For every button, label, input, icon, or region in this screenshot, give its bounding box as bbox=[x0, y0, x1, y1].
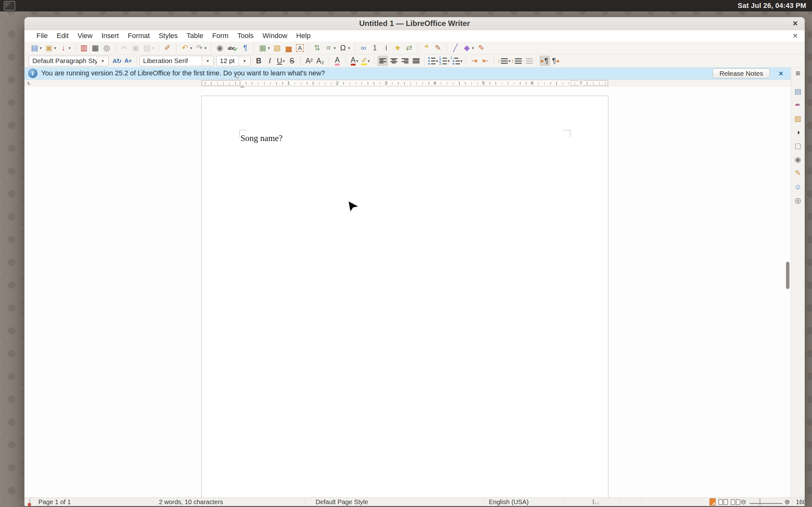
italic-button[interactable]: I bbox=[264, 56, 275, 66]
line-spacing-button[interactable]: ↕▾ bbox=[497, 56, 511, 66]
book-view-button[interactable] bbox=[731, 499, 740, 505]
status-page-number[interactable]: Page 1 of 1 bbox=[38, 498, 71, 506]
menu-table[interactable]: Table bbox=[182, 30, 208, 42]
increase-paragraph-spacing-button[interactable]: ↕ bbox=[511, 56, 522, 66]
strikethrough-button[interactable]: S bbox=[287, 56, 297, 66]
outline-list-dropdown[interactable]: ▾ bbox=[461, 59, 463, 63]
sidebar-tab-accessibility-check[interactable]: ☺ bbox=[793, 182, 803, 192]
zoom-slider-track[interactable] bbox=[750, 503, 782, 504]
tab-stop-type-indicator[interactable]: L bbox=[28, 80, 31, 86]
sidebar-tab-style-inspector[interactable]: ◉ bbox=[793, 155, 803, 164]
clear-formatting-button[interactable]: A bbox=[332, 56, 343, 66]
sidebar-tab-gallery[interactable]: ▨ bbox=[793, 114, 803, 124]
title-bar[interactable]: Untitled 1 — LibreOffice Writer × bbox=[24, 17, 805, 30]
underline-dropdown[interactable]: ▾ bbox=[283, 59, 285, 63]
sidebar-settings-icon[interactable]: ≡ bbox=[796, 69, 800, 78]
insert-table-dropdown[interactable]: ▾ bbox=[268, 46, 270, 50]
document-page[interactable]: Song name? bbox=[201, 96, 608, 498]
decrease-paragraph-spacing-button[interactable]: ↕ bbox=[522, 56, 533, 66]
subscript-button[interactable]: A₂ bbox=[315, 56, 325, 66]
copy-button[interactable]: ▣ bbox=[131, 43, 141, 53]
save-dropdown[interactable]: ▾ bbox=[68, 46, 71, 50]
menu-format[interactable]: Format bbox=[123, 30, 154, 42]
left-to-right-button[interactable]: ▸¶ bbox=[540, 56, 550, 66]
insert-page-break-button[interactable]: ⇅ bbox=[312, 43, 322, 53]
font-name-combo[interactable]: Liberation Serif ▾ bbox=[140, 56, 214, 66]
align-left-button[interactable] bbox=[377, 56, 388, 66]
decrease-indent-button[interactable]: ⇤ bbox=[480, 56, 491, 66]
cut-button[interactable]: ✂ bbox=[119, 43, 130, 53]
open-button[interactable]: ▣▾ bbox=[44, 43, 58, 53]
insert-mode-indicator[interactable]: I bbox=[592, 498, 599, 506]
ordered-list-dropdown[interactable]: ▾ bbox=[448, 59, 450, 63]
insert-footnote-button[interactable]: 1 bbox=[369, 43, 380, 53]
panel-display-icon[interactable] bbox=[4, 1, 15, 10]
paragraph-style-combo[interactable]: Default Paragraph Style ▾ bbox=[29, 56, 109, 66]
insert-line-button[interactable]: ╱ bbox=[450, 43, 461, 53]
increase-indent-button[interactable]: ⇥ bbox=[469, 56, 479, 66]
basic-shapes-button[interactable]: ◆▾ bbox=[461, 43, 475, 53]
insert-cross-reference-button[interactable]: ⇄ bbox=[404, 43, 415, 53]
bold-button[interactable]: B bbox=[253, 56, 264, 66]
status-page-style[interactable]: Default Page Style bbox=[316, 498, 368, 506]
highlight-color-button[interactable]: ✐▾ bbox=[360, 56, 371, 66]
sidebar-tab-find[interactable]: ◎ bbox=[793, 196, 803, 205]
font-name-dropdown-icon[interactable]: ▾ bbox=[202, 56, 213, 66]
infobar-close-button[interactable]: × bbox=[779, 70, 783, 77]
menu-edit[interactable]: Edit bbox=[52, 30, 73, 42]
new-document-dropdown[interactable]: ▾ bbox=[40, 46, 42, 50]
insert-chart-button[interactable]: ▅ bbox=[283, 43, 294, 53]
menu-form[interactable]: Form bbox=[208, 30, 233, 42]
zoom-out-button[interactable]: ⊖ bbox=[741, 498, 746, 506]
horizontal-ruler[interactable]: L 1234567 bbox=[24, 79, 791, 87]
justify-button[interactable] bbox=[411, 56, 421, 66]
sidebar-tab-styles[interactable]: ✒ bbox=[793, 101, 803, 110]
ruler-band[interactable]: 1234567 bbox=[201, 80, 608, 86]
release-notes-button[interactable]: Release Notes bbox=[713, 68, 770, 78]
update-style-button[interactable]: A↻ bbox=[112, 56, 122, 66]
document-view-area[interactable]: Song name? bbox=[24, 87, 791, 498]
menu-tools[interactable]: Tools bbox=[233, 30, 258, 42]
insert-field-button[interactable]: ≡▾ bbox=[323, 43, 337, 53]
sidebar-tab-properties[interactable]: ▤ bbox=[793, 87, 803, 96]
open-dropdown[interactable]: ▾ bbox=[54, 46, 56, 50]
find-and-replace-button[interactable]: ◉ bbox=[214, 43, 225, 53]
menu-insert[interactable]: Insert bbox=[97, 30, 123, 42]
vertical-scrollbar-thumb[interactable] bbox=[786, 262, 790, 289]
window-close-button[interactable]: × bbox=[793, 19, 798, 28]
track-changes-button[interactable]: ✎ bbox=[433, 43, 444, 53]
formatting-marks-button[interactable]: ¶ bbox=[240, 43, 251, 53]
status-zoom-level[interactable]: 160% bbox=[796, 498, 805, 506]
highlight-color-dropdown[interactable]: ▾ bbox=[368, 59, 370, 63]
underline-button[interactable]: U▾ bbox=[275, 56, 286, 66]
status-word-count[interactable]: 2 words, 10 characters bbox=[159, 498, 223, 506]
insert-text-box-button[interactable]: A bbox=[295, 43, 305, 53]
right-to-left-button[interactable]: ¶◂ bbox=[551, 56, 561, 66]
menu-file[interactable]: File bbox=[32, 30, 52, 42]
undo-button[interactable]: ↶▾ bbox=[180, 43, 194, 53]
insert-hyperlink-button[interactable]: ∞ bbox=[358, 43, 369, 53]
menu-view[interactable]: View bbox=[73, 30, 97, 42]
single-page-view-button[interactable] bbox=[710, 498, 716, 506]
redo-button[interactable]: ↷▾ bbox=[194, 43, 208, 53]
basic-shapes-dropdown[interactable]: ▾ bbox=[472, 46, 474, 50]
align-center-button[interactable] bbox=[389, 56, 399, 66]
unordered-list-dropdown[interactable]: ▾ bbox=[436, 59, 438, 63]
zoom-in-button[interactable]: ⊕ bbox=[784, 498, 790, 506]
outline-list-button[interactable]: 1 ▾ bbox=[450, 56, 463, 66]
clone-formatting-button[interactable]: ✐ bbox=[162, 43, 173, 53]
document-close-button[interactable]: × bbox=[793, 32, 798, 40]
line-spacing-dropdown[interactable]: ▾ bbox=[508, 59, 511, 63]
document-modified-icon[interactable] bbox=[30, 498, 30, 506]
insert-field-dropdown[interactable]: ▾ bbox=[334, 46, 336, 50]
insert-table-button[interactable]: ▦▾ bbox=[257, 43, 271, 53]
show-draw-functions-button[interactable]: ✎ bbox=[476, 43, 487, 53]
zoom-slider-handle[interactable] bbox=[760, 498, 760, 506]
export-pdf-button[interactable]: ▥ bbox=[79, 43, 90, 53]
spelling-button[interactable]: abc✓ bbox=[226, 43, 239, 53]
sidebar-tab-manage-changes[interactable]: ✎ bbox=[793, 169, 803, 178]
insert-endnote-button[interactable]: i bbox=[381, 43, 392, 53]
ordered-list-button[interactable]: 123 ▾ bbox=[439, 56, 450, 66]
font-size-combo[interactable]: 12 pt ▾ bbox=[216, 56, 251, 66]
insert-special-character-button[interactable]: Ω▾ bbox=[338, 43, 351, 53]
